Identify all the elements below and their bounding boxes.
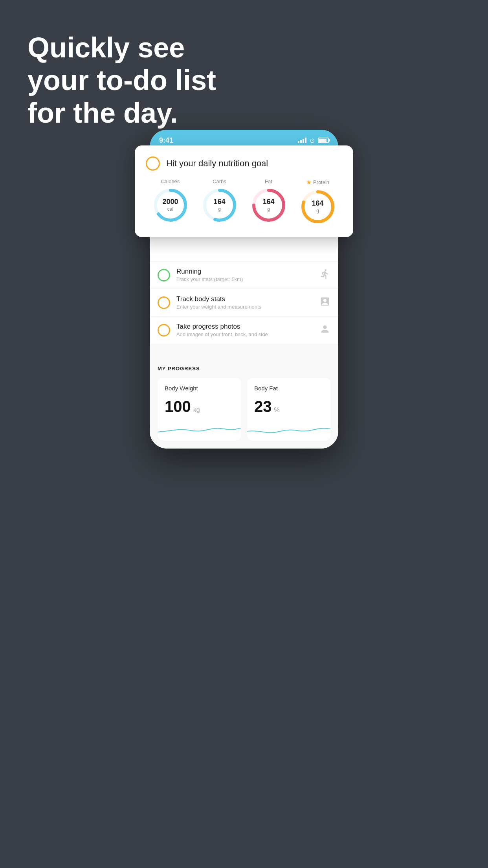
- body-weight-unit: kg: [193, 406, 200, 414]
- todo-text-running: Running Track your stats (target: 5km): [176, 268, 313, 282]
- todo-text-body-stats: Track body stats Enter your weight and m…: [176, 295, 313, 310]
- protein-ring: 164 g: [300, 189, 336, 224]
- nutrition-card: Hit your daily nutrition goal Calories 2…: [135, 145, 353, 237]
- body-weight-value-row: 100 kg: [165, 398, 234, 416]
- todo-text-progress-photos: Take progress photos Add images of your …: [176, 323, 313, 337]
- signal-icon: [298, 138, 306, 143]
- body-fat-chart: [247, 420, 330, 436]
- body-fat-card[interactable]: Body Fat 23 %: [247, 378, 330, 441]
- todo-circle-body-stats: [158, 296, 170, 309]
- nutrition-grid: Calories 2000 cal Carbs: [146, 178, 342, 224]
- body-fat-label: Body Fat: [254, 385, 323, 392]
- progress-title: MY PROGRESS: [158, 366, 330, 371]
- todo-sub-running: Track your stats (target: 5km): [176, 276, 313, 282]
- carbs-label: Carbs: [213, 178, 226, 184]
- todo-sub-progress-photos: Add images of your front, back, and side: [176, 331, 313, 337]
- body-weight-chart: [158, 420, 241, 436]
- calories-ring: 2000 cal: [153, 188, 188, 223]
- carbs-ring: 164 g: [202, 188, 237, 223]
- status-time: 9:41: [159, 136, 173, 145]
- wifi-icon: ⊙: [310, 137, 315, 144]
- protein-label: ★ Protein: [306, 178, 329, 186]
- nutrition-calories: Calories 2000 cal: [153, 178, 188, 223]
- running-icon: [319, 268, 330, 282]
- card-title-row: Hit your daily nutrition goal: [146, 156, 342, 171]
- body-weight-value: 100: [165, 398, 191, 416]
- todo-circle-running: [158, 269, 170, 281]
- hero-text: Quickly see your to-do list for the day.: [28, 31, 216, 129]
- scale-icon: [319, 296, 330, 309]
- fat-ring: 164 g: [251, 188, 286, 223]
- body-fat-value-row: 23 %: [254, 398, 323, 416]
- todo-sub-body-stats: Enter your weight and measurements: [176, 304, 313, 310]
- todo-item-progress-photos[interactable]: Take progress photos Add images of your …: [150, 316, 338, 344]
- todo-title-body-stats: Track body stats: [176, 295, 313, 303]
- todo-circle-progress-photos: [158, 324, 170, 337]
- body-weight-card[interactable]: Body Weight 100 kg: [158, 378, 241, 441]
- nutrition-protein: ★ Protein 164 g: [300, 178, 336, 224]
- status-icons: ⊙: [298, 137, 329, 144]
- todo-item-running[interactable]: Running Track your stats (target: 5km): [150, 261, 338, 289]
- status-bar: 9:41 ⊙: [150, 130, 338, 147]
- calories-label: Calories: [161, 178, 180, 184]
- nutrition-carbs: Carbs 164 g: [202, 178, 237, 223]
- battery-icon: [318, 138, 329, 143]
- todo-title-running: Running: [176, 268, 313, 276]
- body-weight-label: Body Weight: [165, 385, 234, 392]
- todo-item-body-stats[interactable]: Track body stats Enter your weight and m…: [150, 289, 338, 316]
- nutrition-fat: Fat 164 g: [251, 178, 286, 223]
- nutrition-card-title: Hit your daily nutrition goal: [166, 158, 268, 169]
- nutrition-check-circle: [146, 156, 160, 171]
- star-icon: ★: [306, 178, 312, 186]
- body-fat-unit: %: [274, 406, 280, 414]
- body-fat-value: 23: [254, 398, 272, 416]
- fat-label: Fat: [265, 178, 272, 184]
- progress-cards: Body Weight 100 kg Body Fat: [158, 378, 330, 441]
- person-icon: [319, 324, 330, 337]
- todo-list: Running Track your stats (target: 5km) T…: [150, 261, 338, 344]
- progress-section: MY PROGRESS Body Weight 100 kg: [150, 356, 338, 449]
- todo-title-progress-photos: Take progress photos: [176, 323, 313, 331]
